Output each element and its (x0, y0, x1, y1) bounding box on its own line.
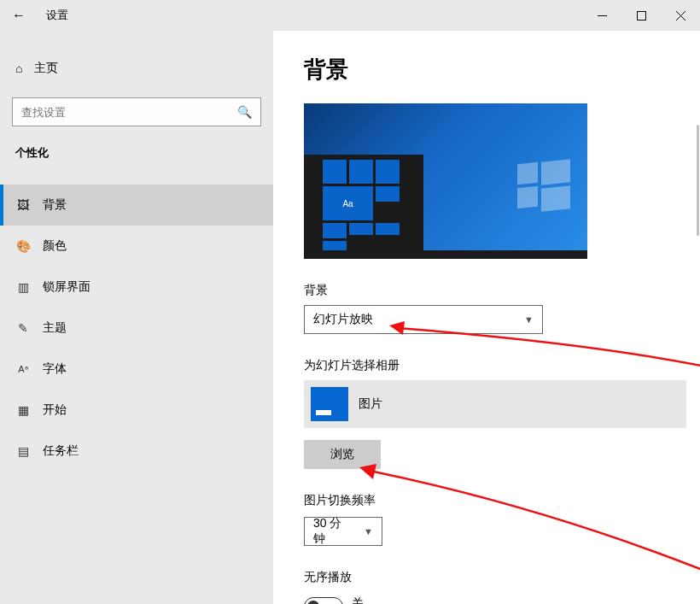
sidebar-item-start[interactable]: ▦ 开始 (0, 390, 273, 431)
themes-icon: ✎ (15, 320, 31, 336)
home-label: 主页 (34, 61, 58, 76)
home-icon: ⌂ (15, 62, 22, 75)
preview-tile-aa: Aa (323, 186, 373, 220)
sidebar-item-fonts[interactable]: Aᵃ 字体 (0, 349, 273, 390)
interval-dropdown[interactable]: 30 分钟 ▼ (304, 517, 382, 546)
album-row[interactable]: 图片 (304, 380, 686, 428)
sidebar-item-label: 颜色 (43, 238, 67, 254)
page-title: 背景 (304, 55, 700, 85)
background-label: 背景 (304, 283, 700, 298)
sidebar-item-themes[interactable]: ✎ 主题 (0, 308, 273, 349)
shuffle-label: 无序播放 (304, 570, 700, 585)
folder-icon (311, 387, 348, 421)
dropdown-value: 幻灯片放映 (313, 312, 373, 327)
minimize-button[interactable] (582, 0, 621, 31)
sidebar-item-label: 任务栏 (43, 443, 79, 459)
background-type-dropdown[interactable]: 幻灯片放映 ▼ (304, 305, 543, 334)
search-icon: 🔍 (237, 105, 252, 119)
sidebar-item-colors[interactable]: 🎨 颜色 (0, 226, 273, 267)
section-title: 个性化 (0, 145, 273, 161)
sidebar-item-background[interactable]: 🖼 背景 (0, 185, 273, 226)
album-name: 图片 (359, 396, 382, 412)
fonts-icon: Aᵃ (15, 361, 31, 377)
dropdown-value: 30 分钟 (313, 516, 352, 547)
lockscreen-icon: ▥ (15, 279, 31, 295)
taskbar-icon: ▤ (15, 443, 31, 459)
picture-icon: 🖼 (15, 197, 31, 213)
interval-label: 图片切换频率 (304, 493, 700, 508)
close-button[interactable] (661, 0, 700, 31)
sidebar-item-label: 主题 (43, 320, 67, 336)
shuffle-state: 关 (352, 596, 364, 604)
search-input-container[interactable]: 🔍 (12, 97, 261, 126)
svg-rect-1 (637, 11, 645, 20)
maximize-button[interactable] (621, 0, 661, 31)
window-title: 设置 (46, 8, 68, 23)
sidebar-item-label: 字体 (43, 361, 67, 377)
sidebar-item-lockscreen[interactable]: ▥ 锁屏界面 (0, 267, 273, 308)
shuffle-toggle[interactable] (304, 597, 343, 604)
background-preview: Aa (304, 103, 587, 259)
album-label: 为幻灯片选择相册 (304, 358, 700, 373)
back-button[interactable]: ← (0, 8, 38, 23)
sidebar-item-label: 锁屏界面 (43, 279, 90, 295)
sidebar-item-label: 背景 (43, 197, 67, 213)
sidebar-item-label: 开始 (43, 402, 67, 418)
chevron-down-icon: ▼ (364, 526, 373, 537)
browse-button[interactable]: 浏览 (304, 440, 381, 469)
chevron-down-icon: ▼ (524, 314, 534, 325)
home-link[interactable]: ⌂ 主页 (0, 51, 273, 85)
scrollbar[interactable] (697, 125, 699, 236)
palette-icon: 🎨 (15, 238, 31, 254)
sidebar-item-taskbar[interactable]: ▤ 任务栏 (0, 431, 273, 472)
start-icon: ▦ (15, 402, 31, 418)
search-input[interactable] (21, 106, 237, 119)
